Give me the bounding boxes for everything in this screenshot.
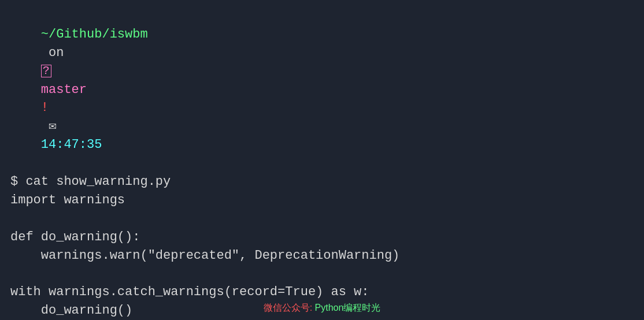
prompt-line-1: ~/Github/iswbm on ? master ! ✉ 14:47:35 xyxy=(10,7,634,173)
prompt-branch-1: master xyxy=(41,83,87,97)
prompt-on-1: on xyxy=(41,46,72,60)
code-line-4: warnings.warn("deprecated", DeprecationW… xyxy=(10,247,634,265)
prompt-time-1: 14:47:35 xyxy=(41,137,102,152)
empty-line-2 xyxy=(10,265,634,283)
watermark: 微信公众号: Python编程时光 xyxy=(264,301,381,314)
code-line-3: def do_warning(): xyxy=(10,228,634,247)
prompt-clock-1: ✉ xyxy=(41,119,64,133)
command-line-1: $ cat show_warning.py xyxy=(10,173,634,191)
prompt-branch-box-1: ? xyxy=(41,65,51,77)
prompt-exclaim-1: ! xyxy=(41,101,49,115)
empty-line-1 xyxy=(10,210,634,228)
watermark-label: 微信公众号: xyxy=(264,303,315,312)
terminal-window: ~/Github/iswbm on ? master ! ✉ 14:47:35 … xyxy=(10,7,634,320)
code-line-1: import warnings xyxy=(10,191,634,210)
code-line-6: with warnings.catch_warnings(record=True… xyxy=(10,283,634,302)
prompt-path-1: ~/Github/iswbm xyxy=(41,27,148,42)
watermark-value: Python编程时光 xyxy=(315,303,381,312)
